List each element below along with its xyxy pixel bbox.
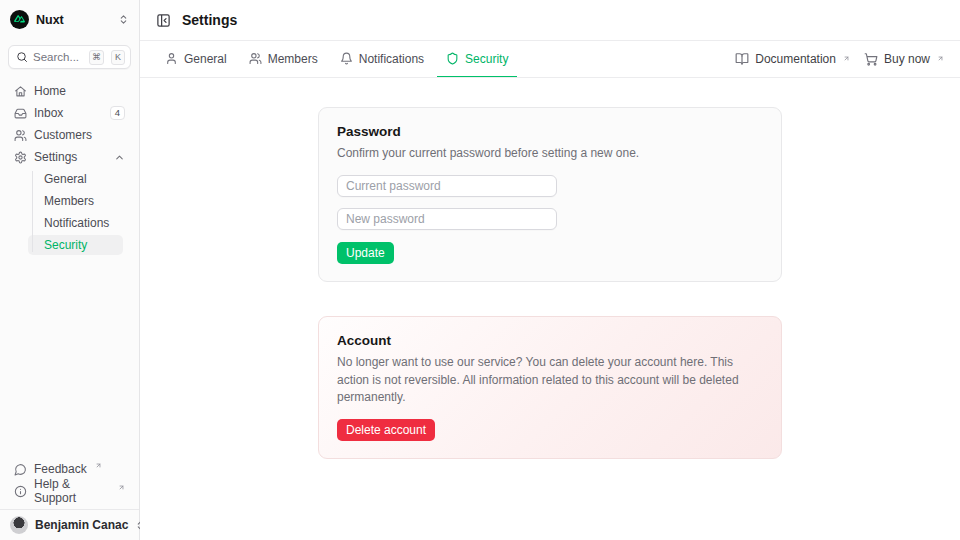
tab-members[interactable]: Members: [240, 41, 327, 77]
tab-label: Security: [465, 52, 508, 66]
sidebar-item-general[interactable]: General: [28, 169, 123, 189]
sidebar: Nuxt Search... ⌘ K Home Inbox 4 Customer…: [0, 0, 140, 540]
chat-bubble-icon: [14, 463, 27, 476]
sidebar-item-settings[interactable]: Settings: [8, 147, 131, 167]
external-link-icon: [118, 484, 125, 491]
delete-account-button[interactable]: Delete account: [337, 419, 435, 441]
sidebar-item-label: Members: [44, 194, 94, 208]
avatar: [10, 516, 28, 534]
page-title: Settings: [182, 12, 237, 28]
password-card-description: Confirm your current password before set…: [337, 145, 763, 162]
current-password-field[interactable]: [337, 175, 557, 197]
gear-icon: [14, 151, 27, 164]
shield-icon: [446, 52, 459, 65]
password-card-title: Password: [337, 124, 763, 139]
tab-label: Notifications: [359, 52, 424, 66]
update-password-button[interactable]: Update: [337, 242, 394, 264]
account-card: Account No longer want to use our servic…: [318, 316, 782, 458]
sidebar-item-label: Feedback: [34, 462, 87, 476]
search-placeholder: Search...: [33, 51, 84, 63]
documentation-label: Documentation: [755, 52, 836, 66]
sidebar-spacer: [0, 257, 139, 459]
chevron-up-icon: [114, 152, 125, 163]
sidebar-item-label: Inbox: [34, 106, 63, 120]
book-open-icon: [735, 52, 749, 66]
team-switcher[interactable]: Nuxt: [8, 8, 131, 31]
sidebar-nav: Home Inbox 4 Customers Settings General: [0, 81, 139, 257]
sidebar-item-label: Home: [34, 84, 66, 98]
sidebar-item-label: Security: [44, 238, 87, 252]
external-link-icon: [937, 55, 944, 62]
main-panel: Settings General Members Notifications S…: [140, 0, 960, 540]
shopping-cart-icon: [864, 52, 878, 66]
header-actions: Documentation Buy now: [735, 41, 944, 77]
search-input[interactable]: Search... ⌘ K: [8, 45, 131, 69]
external-link-icon: [95, 462, 102, 469]
user-icon: [165, 52, 178, 65]
inbox-icon: [14, 107, 27, 120]
account-card-description: No longer want to use our service? You c…: [337, 354, 763, 406]
team-name: Nuxt: [36, 13, 64, 27]
new-password-field[interactable]: [337, 208, 557, 230]
search-icon: [16, 51, 28, 63]
collapse-sidebar-button[interactable]: [156, 13, 171, 28]
account-card-title: Account: [337, 333, 763, 348]
user-menu[interactable]: Benjamin Canac: [0, 509, 139, 540]
user-name: Benjamin Canac: [35, 518, 128, 532]
sidebar-item-home[interactable]: Home: [8, 81, 131, 101]
tab-notifications[interactable]: Notifications: [331, 41, 433, 77]
bell-icon: [340, 52, 353, 65]
sidebar-item-members[interactable]: Members: [28, 191, 123, 211]
sidebar-item-customers[interactable]: Customers: [8, 125, 131, 145]
sidebar-item-security[interactable]: Security: [28, 235, 123, 255]
kbd-meta: ⌘: [89, 50, 104, 65]
sidebar-item-feedback[interactable]: Feedback: [8, 459, 131, 479]
users-icon: [249, 52, 262, 65]
sidebar-footer: Feedback Help & Support: [0, 459, 139, 509]
security-content: Password Confirm your current password b…: [140, 78, 960, 540]
external-link-icon: [843, 55, 850, 62]
kbd-k: K: [111, 50, 125, 65]
inbox-count-badge: 4: [110, 106, 125, 120]
users-icon: [14, 129, 27, 142]
settings-tabbar: General Members Notifications Security D…: [140, 41, 960, 78]
password-card: Password Confirm your current password b…: [318, 107, 782, 282]
chevrons-up-down-icon: [118, 14, 129, 25]
sidebar-item-label: Notifications: [44, 216, 109, 230]
sidebar-item-label: Customers: [34, 128, 92, 142]
tab-general[interactable]: General: [156, 41, 236, 77]
sidebar-item-label: General: [44, 172, 87, 186]
tab-label: Members: [268, 52, 318, 66]
buy-now-button[interactable]: Buy now: [864, 52, 944, 66]
documentation-button[interactable]: Documentation: [735, 52, 850, 66]
info-icon: [14, 485, 27, 498]
tab-label: General: [184, 52, 227, 66]
sidebar-item-label: Help & Support: [34, 477, 110, 505]
sidebar-item-inbox[interactable]: Inbox 4: [8, 103, 131, 123]
nuxt-logo-icon: [10, 10, 29, 29]
sidebar-item-label: Settings: [34, 150, 77, 164]
app-window: Nuxt Search... ⌘ K Home Inbox 4 Customer…: [0, 0, 960, 540]
sidebar-item-help-support[interactable]: Help & Support: [8, 481, 131, 501]
page-header: Settings: [140, 0, 960, 41]
buy-now-label: Buy now: [884, 52, 930, 66]
sidebar-item-notifications[interactable]: Notifications: [28, 213, 123, 233]
tab-security[interactable]: Security: [437, 41, 517, 77]
settings-sub-list: General Members Notifications Security: [28, 169, 123, 255]
home-icon: [14, 85, 27, 98]
